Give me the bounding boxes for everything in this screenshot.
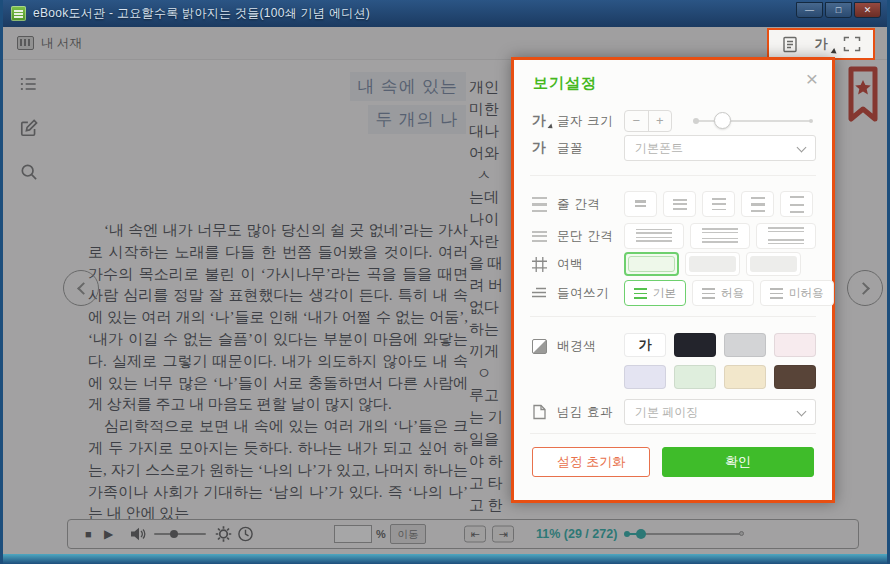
margin-option-2[interactable] (685, 252, 740, 276)
font-size-slider[interactable] (694, 120, 812, 122)
bg-color-swatch[interactable] (724, 365, 766, 389)
indent-icon (530, 284, 548, 302)
view-tools-highlight-box: 가 (767, 28, 875, 60)
font-size-slider-end-dot (809, 119, 813, 123)
paragraph-spacing-option-2[interactable] (690, 223, 750, 249)
margin-option-3[interactable] (746, 252, 801, 276)
chevron-down-icon (797, 407, 807, 417)
indent-option-label: 미허용 (789, 286, 824, 301)
view-settings-icon[interactable]: 가 (811, 34, 831, 54)
font-family-row: 가 글꼴 기본폰트 (530, 134, 816, 162)
bg-color-swatch[interactable]: 가 (624, 333, 666, 357)
line-spacing-option-2[interactable] (663, 191, 696, 217)
font-size-icon: 가 (530, 112, 548, 130)
bg-color-swatch[interactable] (774, 365, 816, 389)
indent-option-label: 기본 (653, 286, 676, 301)
margin-label: 여백 (557, 256, 583, 273)
margin-icon (530, 255, 548, 273)
titlebar: eBook도서관 - 고요할수록 밝아지는 것들(100쇄 기념 에디션) — … (3, 0, 887, 27)
font-size-slider-start-dot (693, 118, 699, 124)
line-spacing-options (624, 191, 816, 217)
window-title: eBook도서관 - 고요할수록 밝아지는 것들(100쇄 기념 에디션) (33, 5, 370, 22)
margin-row: 여백 (530, 251, 816, 277)
background-color-row: 배경색 가 (530, 333, 816, 389)
bg-color-swatch[interactable] (674, 365, 716, 389)
app-icon (11, 6, 26, 21)
divider (530, 175, 816, 176)
line-spacing-icon (530, 195, 548, 213)
chevron-down-icon (797, 143, 807, 153)
page-turn-select[interactable]: 기본 페이징 (624, 399, 816, 425)
line-spacing-label: 줄 간격 (557, 196, 600, 213)
page-turn-label: 넘김 효과 (557, 404, 613, 421)
line-spacing-option-5[interactable] (780, 191, 813, 217)
line-spacing-option-1[interactable] (624, 191, 657, 217)
minimize-button[interactable]: — (796, 2, 823, 18)
font-size-label: 글자 크기 (557, 113, 613, 130)
line-spacing-option-3[interactable] (702, 191, 735, 217)
bg-color-swatch[interactable] (674, 333, 716, 357)
indent-option[interactable]: 기본 (624, 280, 686, 306)
indent-option[interactable]: 미허용 (760, 280, 834, 306)
font-family-value: 기본폰트 (635, 140, 683, 157)
fullscreen-icon[interactable] (842, 34, 862, 54)
indent-option-icon (702, 288, 715, 299)
indent-option[interactable]: 허용 (692, 280, 754, 306)
font-family-label: 글꼴 (557, 140, 583, 157)
paragraph-spacing-options (624, 223, 816, 249)
panel-title: 보기설정 (533, 74, 597, 93)
indent-options: 기본 허용 미허용 (624, 280, 834, 306)
font-size-stepper: − + (624, 110, 672, 132)
reading-note-icon[interactable] (780, 34, 800, 54)
bg-color-swatch[interactable] (724, 333, 766, 357)
view-settings-panel: 보기설정 × 가 글자 크기 − + 가 글꼴 (511, 57, 835, 503)
confirm-button[interactable]: 확인 (662, 447, 814, 477)
indent-row: 들여쓰기 기본 허용 미허용 (530, 280, 816, 306)
background-color-label: 배경색 (557, 338, 596, 355)
line-spacing-row: 줄 간격 (530, 191, 816, 217)
page-turn-value: 기본 페이징 (635, 404, 698, 421)
window-bottom-border (3, 554, 887, 564)
background-color-icon (530, 337, 548, 355)
indent-option-icon (770, 288, 783, 299)
bg-color-swatch[interactable] (774, 333, 816, 357)
margin-options (624, 252, 816, 276)
panel-buttons: 설정 초기화 확인 (514, 447, 832, 477)
indent-option-icon (634, 288, 647, 299)
font-family-icon: 가 (530, 139, 548, 157)
indent-label: 들여쓰기 (557, 285, 609, 302)
margin-option-1[interactable] (624, 252, 679, 276)
close-window-button[interactable]: ✕ (854, 2, 881, 18)
font-family-select[interactable]: 기본폰트 (624, 135, 816, 161)
page-turn-icon (530, 403, 548, 421)
font-size-slider-handle[interactable] (714, 112, 731, 129)
paragraph-spacing-label: 문단 간격 (557, 228, 613, 245)
maximize-button[interactable]: □ (825, 2, 852, 18)
line-spacing-option-4[interactable] (741, 191, 774, 217)
paragraph-spacing-icon (530, 227, 548, 245)
reset-settings-button[interactable]: 설정 초기화 (532, 447, 650, 477)
divider (530, 316, 816, 317)
close-panel-icon[interactable]: × (806, 68, 818, 89)
paragraph-spacing-row: 문단 간격 (530, 223, 816, 249)
divider (530, 433, 816, 434)
font-size-increase-button[interactable]: + (649, 111, 672, 131)
indent-option-label: 허용 (721, 286, 744, 301)
page-turn-row: 넘김 효과 기본 페이징 (530, 398, 816, 426)
bg-color-swatch[interactable] (624, 365, 666, 389)
background-color-swatches: 가 (624, 333, 816, 389)
paragraph-spacing-option-1[interactable] (624, 223, 684, 249)
window-controls: — □ ✕ (796, 2, 881, 18)
font-size-row: 가 글자 크기 − + (530, 107, 816, 135)
app-window: eBook도서관 - 고요할수록 밝아지는 것들(100쇄 기념 에디션) — … (0, 0, 890, 564)
paragraph-spacing-option-3[interactable] (756, 223, 816, 249)
font-size-decrease-button[interactable]: − (625, 111, 649, 131)
